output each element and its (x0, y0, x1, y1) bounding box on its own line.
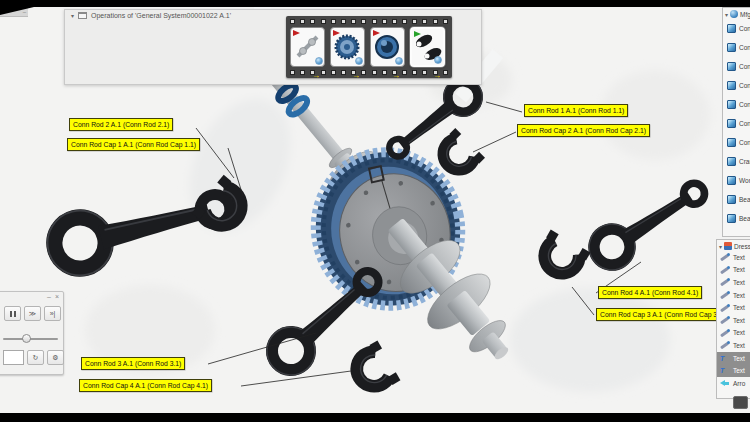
mfg-tree-panel: ▾ Mfg Conn Conn Conn Conn Conn Conn Conn… (722, 7, 750, 237)
tree-item[interactable]: Bear (723, 190, 750, 209)
loop-icon: ↻ (33, 354, 39, 362)
part-label-conn-rod-cap-3[interactable]: Conn Rod Cap 3 A.1 (Conn Rod Cap 3.1) (596, 308, 729, 321)
tree-item[interactable]: Conn (723, 19, 750, 38)
part-label-conn-rod-1[interactable]: Conn Rod 1 A.1 (Conn Rod 1.1) (524, 104, 628, 117)
text-annotation-icon (720, 340, 730, 350)
operation-frame-timing-gear[interactable] (330, 27, 365, 67)
text-annotation-icon (720, 303, 730, 313)
tree-item[interactable]: Text (717, 289, 750, 302)
collapse-arrow-icon[interactable]: ▾ (725, 11, 728, 18)
part-cube-icon (727, 176, 736, 185)
mfg-panel-header[interactable]: ▾ Mfg (723, 8, 750, 19)
tree-item[interactable]: Text (717, 314, 750, 327)
operation-type-icon (355, 57, 363, 65)
tree-item-label: Conn (739, 25, 750, 32)
loop-button[interactable]: ↻ (27, 350, 44, 365)
letterbox-top (0, 0, 750, 7)
text-annotation-icon (720, 252, 730, 262)
fast-forward-icon: ≫ (29, 310, 36, 318)
status-flag-icon (293, 30, 300, 36)
pause-icon (10, 311, 12, 317)
part-cube-icon (727, 81, 736, 90)
tree-item-label: Text (733, 304, 745, 311)
tree-item[interactable]: Text (717, 327, 750, 340)
tree-item-label: Conn (739, 44, 750, 51)
operation-frame-crankshaft[interactable] (290, 27, 325, 67)
conn-rod-cap-2[interactable] (433, 128, 485, 180)
tree-item-label: Arro (733, 380, 745, 387)
operations-panel: ▾ Operations of 'General System00001022 … (64, 9, 482, 85)
conn-rod-cap-4[interactable] (348, 340, 401, 397)
player-settings-button[interactable]: ⚙ (47, 350, 64, 365)
tree-item[interactable]: Text (717, 301, 750, 314)
part-label-conn-rod-cap-4[interactable]: Conn Rod Cap 4 A.1 (Conn Rod Cap 4.1) (79, 379, 212, 392)
dress-panel-title: Dress (734, 243, 750, 250)
part-cube-icon (727, 214, 736, 223)
tree-item[interactable]: Conn (723, 95, 750, 114)
collapse-arrow-icon[interactable]: ▾ (71, 12, 74, 19)
tree-item[interactable]: Arro (717, 377, 750, 390)
window-icon (78, 12, 87, 19)
tree-item[interactable]: Text (717, 339, 750, 352)
tree-item[interactable]: Worm (723, 171, 750, 190)
tree-item-label: Conn (739, 82, 750, 89)
part-label-conn-rod-2[interactable]: Conn Rod 2 A.1 (Conn Rod 2.1) (69, 118, 173, 131)
status-flag-icon (333, 30, 340, 36)
tree-item-label: Text (733, 254, 745, 261)
conn-rod-2[interactable] (41, 174, 237, 282)
tree-item-label: Worm (739, 177, 750, 184)
tree-item-label: Text (733, 367, 745, 374)
part-label-conn-rod-cap-2[interactable]: Conn Rod Cap 2 A.1 (Conn Rod Cap 2.1) (517, 124, 650, 137)
tree-item[interactable]: Conn (723, 76, 750, 95)
tree-item-selected[interactable]: TText (717, 352, 750, 365)
sequence-arrow-icon: → (433, 71, 441, 80)
sequence-arrow-icon: → (392, 71, 400, 80)
part-label-conn-rod-3[interactable]: Conn Rod 3 A.1 (Conn Rod 3.1) (81, 357, 185, 370)
part-cube-icon (727, 43, 736, 52)
tree-item[interactable]: Text (717, 264, 750, 277)
tree-item[interactable]: Text (717, 251, 750, 264)
skip-to-end-button[interactable]: »| (44, 306, 61, 321)
part-cube-icon (727, 24, 736, 33)
dress-tree-panel: ▾ Dress Text Text Text Text Text Text Te… (716, 239, 750, 399)
conn-rod-4[interactable] (580, 169, 715, 279)
tree-item[interactable]: Conn (723, 57, 750, 76)
tree-item-selected[interactable]: TText (717, 364, 750, 377)
part-label-conn-rod-4[interactable]: Conn Rod 4 A.1 (Conn Rod 4.1) (598, 286, 702, 299)
tree-item[interactable]: Conn (723, 38, 750, 57)
operation-type-icon (434, 56, 442, 64)
speed-input[interactable] (3, 350, 24, 365)
part-cube-icon (727, 100, 736, 109)
video-overlay-icon[interactable] (733, 396, 748, 409)
pause-button[interactable] (4, 306, 21, 321)
part-cube-icon (727, 119, 736, 128)
tree-item-label: Text (733, 329, 745, 336)
timeline-slider[interactable] (3, 338, 58, 340)
operation-frame-pulley[interactable] (370, 27, 405, 67)
minimize-icon[interactable]: – (47, 293, 51, 300)
tree-item[interactable]: Conn (723, 133, 750, 152)
tree-item[interactable]: Bear (723, 209, 750, 228)
tree-item-label: Text (733, 317, 745, 324)
product-sphere-icon (730, 10, 738, 18)
tree-item-label: Text (733, 266, 745, 273)
operation-frame-connecting-rods[interactable] (410, 27, 445, 67)
operation-type-icon (395, 57, 403, 65)
tree-item[interactable]: Cran (723, 152, 750, 171)
tree-item[interactable]: Text (717, 276, 750, 289)
text-annotation-icon (720, 290, 730, 300)
part-label-conn-rod-cap-1[interactable]: Conn Rod Cap 1 A.1 (Conn Rod Cap 1.1) (67, 138, 200, 151)
fast-forward-button[interactable]: ≫ (24, 306, 41, 321)
tree-item-label: Conn (739, 101, 750, 108)
conn-rod-cap-3[interactable] (533, 230, 590, 283)
collapse-arrow-icon[interactable]: ▾ (719, 243, 722, 250)
operations-filmstrip: → → → → (286, 16, 452, 78)
dress-panel-header[interactable]: ▾ Dress (717, 240, 750, 251)
slider-handle[interactable] (22, 334, 31, 343)
tree-item[interactable]: Conn (723, 114, 750, 133)
skip-to-end-icon: »| (50, 310, 56, 317)
tree-item-label: Bear (739, 196, 750, 203)
tree-item-label: Conn (739, 120, 750, 127)
conn-rod-3[interactable] (257, 257, 392, 385)
close-icon[interactable]: × (55, 293, 59, 300)
